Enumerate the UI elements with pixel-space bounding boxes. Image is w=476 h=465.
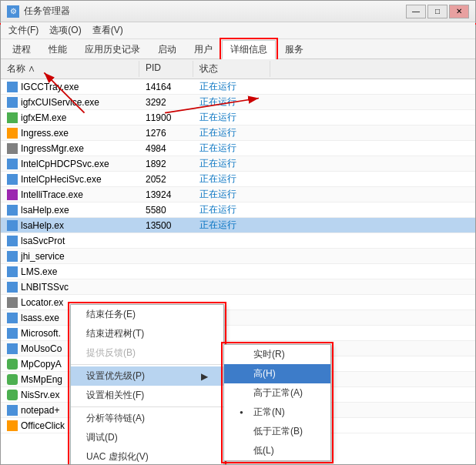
process-icon xyxy=(7,405,18,416)
process-pid: 11900 xyxy=(139,112,193,124)
process-name: IngressMgr.exe xyxy=(1,142,139,155)
tab-performance[interactable]: 性能 xyxy=(40,40,75,59)
process-status: 正在运行 xyxy=(193,187,270,202)
window-icon: ⚙ xyxy=(7,5,19,18)
ctx-end-tree[interactable]: 结束进程树(T) xyxy=(71,324,223,343)
process-icon xyxy=(7,313,18,323)
maximize-button[interactable]: □ xyxy=(427,5,448,18)
process-icon xyxy=(7,174,18,185)
process-name: igfxEM.exe xyxy=(1,112,139,124)
window-title: 任务管理器 xyxy=(24,5,70,18)
process-name: LNBITSSvc xyxy=(1,281,139,293)
header-pid[interactable]: PID xyxy=(139,61,193,77)
title-controls: — □ ✕ xyxy=(406,5,469,18)
priority-above-normal[interactable]: 高于正常(A) xyxy=(224,383,330,403)
ctx-set-priority[interactable]: 设置优先级(P) ▶ xyxy=(71,366,223,386)
process-icon xyxy=(7,82,18,92)
tab-services[interactable]: 服务 xyxy=(277,40,312,59)
process-name: jhi_service xyxy=(1,250,139,263)
ctx-analyze-chain-label: 分析等待链(A) xyxy=(86,412,145,425)
table-row[interactable]: IngressMgr.exe 4984 正在运行 xyxy=(1,141,475,156)
table-row[interactable]: igfxEM.exe 11900 正在运行 xyxy=(1,110,475,125)
process-pid: 13500 xyxy=(139,219,193,232)
process-icon xyxy=(7,420,18,431)
process-icon xyxy=(7,251,18,262)
ctx-set-affinity[interactable]: 设置相关性(F) xyxy=(71,386,223,405)
table-row[interactable]: jhi_service xyxy=(1,249,475,264)
priority-high[interactable]: 高(H) xyxy=(224,364,330,383)
tab-app-history[interactable]: 应用历史记录 xyxy=(76,40,149,59)
process-status xyxy=(193,271,270,273)
process-icon xyxy=(7,112,18,123)
process-status: 正在运行 xyxy=(193,156,270,171)
priority-low-label: 低(L) xyxy=(253,444,274,457)
priority-below-normal[interactable]: 低于正常(B) xyxy=(224,422,330,441)
process-icon xyxy=(7,189,18,200)
table-row[interactable]: IGCCTray.exe 14164 正在运行 xyxy=(1,79,475,95)
table-row[interactable]: LNBITSSvc xyxy=(1,279,475,295)
context-menu: 结束任务(E) 结束进程树(T) 提供反馈(B) 设置优先级(P) ▶ 设置相关… xyxy=(70,304,224,464)
priority-high-label: 高(H) xyxy=(253,367,276,380)
process-pid: 3292 xyxy=(139,96,193,109)
title-bar: ⚙ 任务管理器 — □ ✕ xyxy=(1,1,475,22)
priority-realtime-label: 实时(R) xyxy=(253,348,285,361)
process-name: Ingress.exe xyxy=(1,127,139,139)
process-pid: 14164 xyxy=(139,81,193,93)
table-row[interactable]: igfxCUIService.exe 3292 正在运行 xyxy=(1,95,475,110)
process-pid: 1892 xyxy=(139,158,193,170)
priority-normal[interactable]: ● 正常(N) xyxy=(224,403,330,422)
table-row[interactable]: IntelCpHeciSvc.exe 2052 正在运行 xyxy=(1,172,475,187)
close-button[interactable]: ✕ xyxy=(449,5,469,18)
process-pid xyxy=(139,240,193,242)
tab-details[interactable]: 详细信息 xyxy=(222,40,276,59)
process-name: igfxCUIService.exe xyxy=(1,96,139,109)
table-header: 名称 ∧ PID 状态 xyxy=(1,59,475,79)
menu-bar: 文件(F) 选项(O) 查看(V) xyxy=(1,22,475,39)
process-icon xyxy=(7,236,18,246)
process-name: lsaSvcProt xyxy=(1,235,139,247)
task-manager-window: ⚙ 任务管理器 — □ ✕ 文件(F) 选项(O) 查看(V) 进程 性能 应用… xyxy=(0,0,476,465)
menu-file[interactable]: 文件(F) xyxy=(4,22,43,38)
table-row[interactable]: Ingress.exe 1276 正在运行 xyxy=(1,125,475,141)
minimize-button[interactable]: — xyxy=(406,5,426,18)
menu-view[interactable]: 查看(V) xyxy=(88,22,128,38)
header-name[interactable]: 名称 ∧ xyxy=(1,61,139,77)
header-status[interactable]: 状态 xyxy=(193,61,270,77)
process-status xyxy=(193,240,270,242)
ctx-debug[interactable]: 调试(D) xyxy=(71,428,223,447)
tabs-bar: 进程 性能 应用历史记录 启动 用户 详细信息 服务 xyxy=(1,39,475,59)
table-row[interactable]: lsaSvcProt xyxy=(1,233,475,249)
table-row[interactable]: LMS.exe xyxy=(1,264,475,279)
process-pid: 5580 xyxy=(139,204,193,216)
ctx-separator-2 xyxy=(71,406,223,407)
priority-normal-label: 正常(N) xyxy=(253,406,285,419)
priority-submenu: 实时(R) 高(H) 高于正常(A) ● 正常(N) 低于正常(B) 低(L) xyxy=(223,344,331,461)
ctx-uac[interactable]: UAC 虚拟化(V) xyxy=(71,447,223,464)
process-icon xyxy=(7,328,18,339)
process-status: 正在运行 xyxy=(193,110,270,125)
priority-realtime[interactable]: 实时(R) xyxy=(224,345,330,364)
submenu-arrow-icon: ▶ xyxy=(201,371,208,382)
ctx-set-priority-label: 设置优先级(P) xyxy=(86,370,145,383)
ctx-end-task[interactable]: 结束任务(E) xyxy=(71,305,223,324)
table-row[interactable]: IntelCpHDCPSvc.exe 1892 正在运行 xyxy=(1,156,475,172)
tab-process[interactable]: 进程 xyxy=(4,40,39,59)
process-pid: 1276 xyxy=(139,127,193,139)
process-icon xyxy=(7,297,18,308)
process-pid: 2052 xyxy=(139,173,193,186)
process-name: IntelliTrace.exe xyxy=(1,189,139,201)
tab-users[interactable]: 用户 xyxy=(186,40,221,59)
table-row[interactable]: lsaHelp.ex 13500 正在运行 xyxy=(1,218,475,233)
process-name: IntelCpHDCPSvc.exe xyxy=(1,158,139,170)
ctx-analyze-chain[interactable]: 分析等待链(A) xyxy=(71,409,223,428)
priority-normal-bullet: ● xyxy=(240,409,249,416)
process-icon xyxy=(7,97,18,108)
tab-startup[interactable]: 启动 xyxy=(149,40,185,59)
table-row[interactable]: lsaHelp.exe 5580 正在运行 xyxy=(1,202,475,218)
process-icon xyxy=(7,343,18,354)
priority-low[interactable]: 低(L) xyxy=(224,441,330,460)
table-row[interactable]: IntelliTrace.exe 13924 正在运行 xyxy=(1,187,475,202)
process-status xyxy=(193,256,270,257)
menu-options[interactable]: 选项(O) xyxy=(45,22,85,38)
process-pid xyxy=(139,256,193,257)
